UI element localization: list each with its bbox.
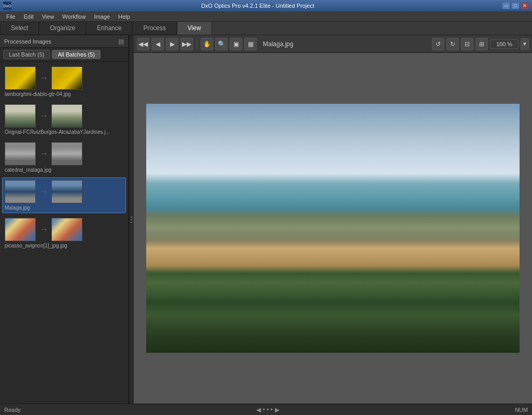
- nav-last-button[interactable]: ▶▶: [180, 38, 193, 50]
- zoom-rotate-left-button[interactable]: ↺: [432, 38, 444, 50]
- scroll-left-button[interactable]: ◀: [256, 406, 261, 413]
- thumb-before-0: [5, 66, 36, 90]
- left-panel: Processed Images ▤ Last Batch (5)All Bat…: [0, 35, 129, 404]
- menu-item-view[interactable]: View: [38, 12, 59, 21]
- thumb-before-3: [5, 180, 36, 203]
- window-title: DxO Optics Pro v4.2.1 Elite - Untitled P…: [201, 3, 314, 9]
- status-text: Ready: [4, 407, 21, 413]
- toolbar-separator-1: [197, 39, 197, 49]
- thumb-before-4: [5, 218, 36, 241]
- image-name-1: Orignal-FCRuizBurgos-AlcazabaYJardines.j…: [5, 129, 123, 135]
- nav-prev-button[interactable]: ◀: [151, 38, 164, 50]
- image-row-0: →: [5, 66, 123, 90]
- image-name-3: Malaga.jpg: [5, 205, 123, 211]
- image-name-2: catedral_malaga.jpg: [5, 167, 123, 173]
- main-area: Processed Images ▤ Last Batch (5)All Bat…: [0, 35, 532, 404]
- batch-tabs: Last Batch (5)All Batches (5): [0, 48, 128, 62]
- menu-item-workflow[interactable]: Workflow: [58, 12, 90, 21]
- image-row-4: →: [5, 218, 123, 241]
- tab-select[interactable]: Select: [0, 21, 39, 35]
- titlebar: DxO DxO Optics Pro v4.2.1 Elite - Untitl…: [0, 0, 532, 11]
- frame-split-button[interactable]: ▦: [244, 38, 257, 50]
- menu-item-file[interactable]: File: [2, 12, 20, 21]
- collapse-dot: [131, 219, 132, 220]
- nav-next-frame-button[interactable]: ▶: [166, 38, 178, 50]
- image-item-3[interactable]: →Malaga.jpg: [2, 177, 126, 213]
- zoom-rotate-right-button[interactable]: ↻: [446, 38, 459, 50]
- maximize-button[interactable]: □: [511, 2, 520, 9]
- thumb-after-2: [51, 142, 82, 165]
- panel-options-icon[interactable]: ▤: [118, 38, 124, 45]
- image-item-4[interactable]: →picasso_avignon[1]_jpg.jpg: [2, 215, 126, 251]
- process-arrow-0: →: [39, 73, 48, 84]
- image-list[interactable]: →lamborghini-diablo-gtr-04.jpg→Orignal-F…: [0, 62, 128, 404]
- tabbar: SelectOrganizeEnhanceProcessView: [0, 22, 532, 35]
- collapse-dot: [131, 222, 132, 223]
- menu-item-edit[interactable]: Edit: [20, 12, 38, 21]
- process-arrow-4: →: [39, 224, 48, 235]
- thumb-before-1: [5, 104, 36, 128]
- hand-tool-button[interactable]: ✋: [201, 38, 213, 50]
- thumb-after-0: [51, 66, 82, 90]
- panel-collapse-handle[interactable]: [129, 35, 134, 404]
- window-controls[interactable]: ─ □ ✕: [502, 2, 529, 9]
- main-image-view: [146, 104, 520, 353]
- thumb-before-2: [5, 142, 36, 165]
- nav-first-button[interactable]: ◀◀: [137, 38, 149, 50]
- panel-header: Processed Images ▤: [0, 35, 128, 48]
- process-arrow-3: →: [39, 186, 48, 197]
- scroll-dots: • • •: [263, 406, 273, 413]
- statusbar: Ready ◀ • • • ▶ NUM: [0, 404, 532, 415]
- view-toolbar: ◀◀◀▶▶▶✋🔍▣▦Malaga.jpg↺↻⊟⊞100 %▼: [134, 35, 532, 53]
- image-item-2[interactable]: →catedral_malaga.jpg: [2, 140, 126, 175]
- zoom-dropdown-arrow[interactable]: ▼: [521, 38, 529, 50]
- collapse-dot: [131, 216, 132, 218]
- image-row-1: →: [5, 104, 123, 128]
- image-item-1[interactable]: →Orignal-FCRuizBurgos-AlcazabaYJardines.…: [2, 102, 126, 137]
- batch-tab-last-batch-(5)[interactable]: Last Batch (5): [3, 50, 50, 59]
- tab-process[interactable]: Process: [132, 21, 176, 35]
- frame-single-button[interactable]: ▣: [230, 38, 242, 50]
- right-panel: ◀◀◀▶▶▶✋🔍▣▦Malaga.jpg↺↻⊟⊞100 %▼: [134, 35, 532, 404]
- scroll-right-button[interactable]: ▶: [275, 406, 279, 413]
- image-name-0: lamborghini-diablo-gtr-04.jpg: [5, 91, 123, 97]
- app-icon: DxO: [3, 2, 11, 10]
- zoom-tool-button[interactable]: 🔍: [215, 38, 228, 50]
- image-item-0[interactable]: →lamborghini-diablo-gtr-04.jpg: [2, 64, 126, 100]
- menu-item-help[interactable]: Help: [114, 12, 134, 21]
- zoom-fit-button[interactable]: ⊟: [461, 38, 473, 50]
- thumb-after-4: [51, 218, 82, 241]
- zoom-fill-button[interactable]: ⊞: [475, 38, 488, 50]
- batch-tab-all-batches-(5)[interactable]: All Batches (5): [52, 50, 101, 59]
- process-arrow-1: →: [39, 110, 48, 121]
- menubar: FileEditViewWorkflowImageHelp: [0, 11, 532, 22]
- current-filename: Malaga.jpg: [263, 40, 293, 48]
- zoom-value-display[interactable]: 100 %: [490, 39, 519, 49]
- menu-item-image[interactable]: Image: [90, 12, 114, 21]
- tab-organize[interactable]: Organize: [39, 21, 86, 35]
- process-arrow-2: →: [39, 148, 48, 159]
- tab-view[interactable]: View: [177, 21, 212, 35]
- thumb-after-3: [51, 180, 82, 203]
- image-canvas[interactable]: [134, 53, 532, 404]
- panel-title: Processed Images: [4, 38, 51, 45]
- thumb-after-1: [51, 104, 82, 128]
- image-row-3: →: [5, 180, 123, 203]
- num-indicator: NUM: [515, 407, 528, 413]
- zoom-controls: ↺↻⊟⊞100 %▼: [432, 38, 529, 50]
- scroll-controls[interactable]: ◀ • • • ▶: [256, 406, 279, 413]
- image-name-4: picasso_avignon[1]_jpg.jpg: [5, 243, 123, 248]
- tab-enhance[interactable]: Enhance: [86, 21, 132, 35]
- close-button[interactable]: ✕: [521, 2, 529, 9]
- image-row-2: →: [5, 142, 123, 165]
- minimize-button[interactable]: ─: [502, 2, 510, 9]
